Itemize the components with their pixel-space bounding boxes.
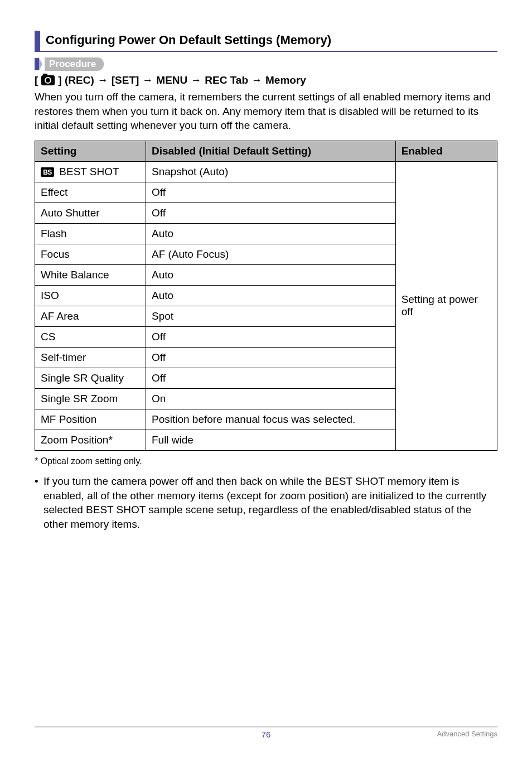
- cell-setting: CS: [35, 326, 146, 347]
- th-enabled: Enabled: [395, 141, 497, 161]
- cell-disabled: Auto: [146, 285, 395, 306]
- bullet-dot: •: [35, 474, 43, 532]
- path-bracket-open: [: [35, 74, 38, 86]
- cell-disabled: Off: [146, 347, 395, 368]
- page-footer: 76 Advanced Settings: [35, 726, 497, 739]
- arrow-icon: →: [98, 74, 108, 86]
- cell-setting: ISO: [35, 285, 146, 306]
- th-setting: Setting: [35, 141, 146, 161]
- page-number: 76: [262, 730, 271, 739]
- cell-disabled: Snapshot (Auto): [146, 161, 395, 182]
- cell-setting: White Balance: [35, 264, 146, 285]
- cell-setting: Focus: [35, 244, 146, 264]
- cell-disabled: Off: [146, 326, 395, 347]
- bullet-note: • If you turn the camera power off and t…: [35, 474, 497, 532]
- path-rec: ] (REC): [58, 74, 94, 86]
- cell-setting: Single SR Quality: [35, 368, 146, 388]
- cell-disabled: Off: [146, 202, 395, 223]
- cell-disabled: Full wide: [146, 430, 395, 450]
- arrow-icon: →: [252, 74, 262, 86]
- cell-setting: MF Position: [35, 409, 146, 430]
- cell-disabled: Off: [146, 182, 395, 202]
- table-row: BS BEST SHOT Snapshot (Auto) Setting at …: [35, 161, 497, 182]
- cell-disabled: AF (Auto Focus): [146, 244, 395, 264]
- navigation-path: [ ] (REC) → [SET] → MENU → REC Tab → Mem…: [35, 74, 497, 86]
- bullet-text: If you turn the camera power off and the…: [43, 474, 497, 532]
- cell-disabled: Spot: [146, 306, 395, 326]
- table-header-row: Setting Disabled (Initial Default Settin…: [35, 141, 497, 161]
- cell-setting: Flash: [35, 223, 146, 244]
- cell-setting: Self-timer: [35, 347, 146, 368]
- bs-icon: BS: [41, 167, 54, 177]
- path-menu: MENU: [156, 74, 187, 86]
- cell-disabled: Auto: [146, 264, 395, 285]
- path-set: [SET]: [112, 74, 139, 86]
- procedure-label: Procedure: [45, 57, 104, 71]
- arrow-icon: →: [191, 74, 201, 86]
- cell-disabled: Position before manual focus was selecte…: [146, 409, 395, 430]
- section-heading: Configuring Power On Default Settings (M…: [35, 31, 497, 52]
- intro-paragraph: When you turn off the camera, it remembe…: [35, 90, 497, 133]
- cell-setting: AF Area: [35, 306, 146, 326]
- cell-setting: Single SR Zoom: [35, 388, 146, 409]
- footnote: * Optical zoom setting only.: [35, 456, 497, 466]
- cell-setting: Effect: [35, 182, 146, 202]
- cell-setting: BS BEST SHOT: [35, 161, 146, 182]
- path-rectab: REC Tab: [205, 74, 248, 86]
- cell-setting: Auto Shutter: [35, 202, 146, 223]
- procedure-row: Procedure: [35, 57, 497, 71]
- th-disabled: Disabled (Initial Default Setting): [146, 141, 395, 161]
- cell-enabled: Setting at power off: [395, 161, 497, 450]
- procedure-tick-icon: [35, 58, 39, 70]
- camera-icon: [41, 75, 55, 85]
- cell-disabled: Auto: [146, 223, 395, 244]
- path-memory: Memory: [265, 74, 306, 86]
- heading-accent-bar: [35, 31, 40, 51]
- cell-disabled: On: [146, 388, 395, 409]
- procedure-chevron-icon: [39, 58, 42, 70]
- footer-section: Advanced Settings: [437, 730, 497, 738]
- cell-setting: Zoom Position*: [35, 430, 146, 450]
- cell-disabled: Off: [146, 368, 395, 388]
- cell-setting-text: BEST SHOT: [59, 166, 119, 177]
- arrow-icon: →: [142, 74, 153, 86]
- heading-text: Configuring Power On Default Settings (M…: [46, 31, 331, 51]
- settings-table: Setting Disabled (Initial Default Settin…: [35, 141, 497, 451]
